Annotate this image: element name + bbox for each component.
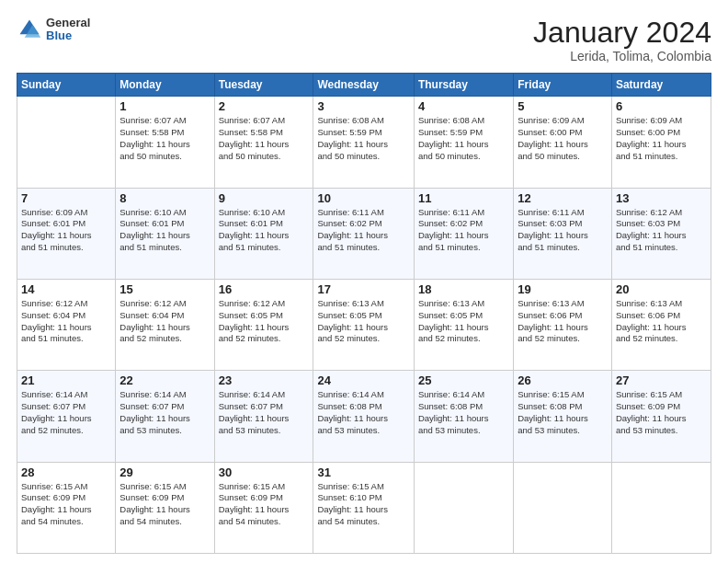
- calendar-header-sunday: Sunday: [17, 74, 116, 97]
- calendar-cell: 21Sunrise: 6:14 AM Sunset: 6:07 PM Dayli…: [17, 371, 116, 462]
- logo: General Blue: [17, 17, 90, 43]
- day-number: 2: [219, 99, 310, 113]
- calendar-cell: 27Sunrise: 6:15 AM Sunset: 6:09 PM Dayli…: [611, 371, 711, 462]
- day-number: 19: [518, 282, 608, 296]
- day-number: 1: [119, 99, 210, 113]
- day-number: 9: [219, 191, 310, 205]
- day-number: 10: [317, 191, 409, 205]
- calendar-cell: 3Sunrise: 6:08 AM Sunset: 5:59 PM Daylig…: [313, 97, 414, 188]
- logo-blue: Blue: [46, 29, 90, 42]
- day-info: Sunrise: 6:15 AM Sunset: 6:09 PM Dayligh…: [219, 481, 310, 528]
- calendar-cell: 23Sunrise: 6:14 AM Sunset: 6:07 PM Dayli…: [214, 371, 313, 462]
- day-info: Sunrise: 6:07 AM Sunset: 5:58 PM Dayligh…: [119, 115, 210, 162]
- day-number: 15: [119, 282, 210, 296]
- day-info: Sunrise: 6:09 AM Sunset: 6:00 PM Dayligh…: [518, 115, 608, 162]
- calendar-cell: 19Sunrise: 6:13 AM Sunset: 6:06 PM Dayli…: [514, 279, 612, 370]
- day-number: 12: [518, 191, 608, 205]
- day-number: 20: [616, 282, 707, 296]
- calendar-cell: 31Sunrise: 6:15 AM Sunset: 6:10 PM Dayli…: [313, 462, 414, 553]
- calendar-cell: 20Sunrise: 6:13 AM Sunset: 6:06 PM Dayli…: [611, 279, 711, 370]
- day-number: 11: [418, 191, 509, 205]
- day-info: Sunrise: 6:15 AM Sunset: 6:09 PM Dayligh…: [616, 389, 707, 436]
- day-number: 30: [219, 465, 310, 479]
- day-info: Sunrise: 6:15 AM Sunset: 6:09 PM Dayligh…: [21, 481, 111, 528]
- calendar-cell: 25Sunrise: 6:14 AM Sunset: 6:08 PM Dayli…: [414, 371, 513, 462]
- calendar-cell: 10Sunrise: 6:11 AM Sunset: 6:02 PM Dayli…: [313, 188, 414, 279]
- calendar-week-2: 7Sunrise: 6:09 AM Sunset: 6:01 PM Daylig…: [17, 188, 711, 279]
- calendar-cell: 17Sunrise: 6:13 AM Sunset: 6:05 PM Dayli…: [313, 279, 414, 370]
- day-info: Sunrise: 6:13 AM Sunset: 6:06 PM Dayligh…: [616, 298, 707, 345]
- logo-icon: [17, 17, 42, 42]
- day-number: 14: [21, 282, 111, 296]
- day-number: 8: [119, 191, 210, 205]
- day-info: Sunrise: 6:13 AM Sunset: 6:05 PM Dayligh…: [317, 298, 409, 345]
- day-number: 16: [219, 282, 310, 296]
- calendar-week-1: 1Sunrise: 6:07 AM Sunset: 5:58 PM Daylig…: [17, 97, 711, 188]
- day-number: 26: [518, 373, 608, 387]
- day-number: 5: [518, 99, 608, 113]
- logo-general: General: [46, 17, 90, 29]
- calendar-header-saturday: Saturday: [611, 74, 711, 97]
- calendar-header-wednesday: Wednesday: [313, 74, 414, 97]
- calendar-cell: 14Sunrise: 6:12 AM Sunset: 6:04 PM Dayli…: [17, 279, 116, 370]
- day-number: 21: [21, 373, 111, 387]
- calendar-cell: 16Sunrise: 6:12 AM Sunset: 6:05 PM Dayli…: [214, 279, 313, 370]
- calendar-header-friday: Friday: [514, 74, 612, 97]
- day-info: Sunrise: 6:12 AM Sunset: 6:03 PM Dayligh…: [616, 207, 707, 254]
- day-number: 4: [418, 99, 509, 113]
- day-info: Sunrise: 6:15 AM Sunset: 6:10 PM Dayligh…: [317, 481, 409, 528]
- day-info: Sunrise: 6:14 AM Sunset: 6:07 PM Dayligh…: [219, 389, 310, 436]
- day-number: 31: [317, 465, 409, 479]
- calendar-cell: [414, 462, 513, 553]
- calendar-week-3: 14Sunrise: 6:12 AM Sunset: 6:04 PM Dayli…: [17, 279, 711, 370]
- calendar-cell: 9Sunrise: 6:10 AM Sunset: 6:01 PM Daylig…: [214, 188, 313, 279]
- calendar-cell: [514, 462, 612, 553]
- calendar-header-monday: Monday: [116, 74, 214, 97]
- calendar-cell: [611, 462, 711, 553]
- day-info: Sunrise: 6:14 AM Sunset: 6:07 PM Dayligh…: [21, 389, 111, 436]
- header: General Blue January 2024 Lerida, Tolima…: [17, 17, 711, 63]
- calendar-cell: 30Sunrise: 6:15 AM Sunset: 6:09 PM Dayli…: [214, 462, 313, 553]
- calendar-week-5: 28Sunrise: 6:15 AM Sunset: 6:09 PM Dayli…: [17, 462, 711, 553]
- calendar-table: SundayMondayTuesdayWednesdayThursdayFrid…: [17, 73, 711, 554]
- calendar-cell: 4Sunrise: 6:08 AM Sunset: 5:59 PM Daylig…: [414, 97, 513, 188]
- calendar-cell: 7Sunrise: 6:09 AM Sunset: 6:01 PM Daylig…: [17, 188, 116, 279]
- calendar-cell: 6Sunrise: 6:09 AM Sunset: 6:00 PM Daylig…: [611, 97, 711, 188]
- day-info: Sunrise: 6:11 AM Sunset: 6:02 PM Dayligh…: [317, 207, 409, 254]
- day-number: 27: [616, 373, 707, 387]
- calendar-cell: 18Sunrise: 6:13 AM Sunset: 6:05 PM Dayli…: [414, 279, 513, 370]
- day-number: 28: [21, 465, 111, 479]
- day-info: Sunrise: 6:09 AM Sunset: 6:01 PM Dayligh…: [21, 207, 111, 254]
- calendar-cell: 22Sunrise: 6:14 AM Sunset: 6:07 PM Dayli…: [116, 371, 214, 462]
- day-info: Sunrise: 6:13 AM Sunset: 6:06 PM Dayligh…: [518, 298, 608, 345]
- day-number: 22: [119, 373, 210, 387]
- day-info: Sunrise: 6:12 AM Sunset: 6:04 PM Dayligh…: [119, 298, 210, 345]
- day-number: 17: [317, 282, 409, 296]
- day-info: Sunrise: 6:13 AM Sunset: 6:05 PM Dayligh…: [418, 298, 509, 345]
- calendar-header-row: SundayMondayTuesdayWednesdayThursdayFrid…: [17, 74, 711, 97]
- calendar-cell: 2Sunrise: 6:07 AM Sunset: 5:58 PM Daylig…: [214, 97, 313, 188]
- page: General Blue January 2024 Lerida, Tolima…: [0, 0, 728, 563]
- calendar-cell: 11Sunrise: 6:11 AM Sunset: 6:02 PM Dayli…: [414, 188, 513, 279]
- subtitle: Lerida, Tolima, Colombia: [533, 49, 711, 63]
- calendar-cell: 24Sunrise: 6:14 AM Sunset: 6:08 PM Dayli…: [313, 371, 414, 462]
- day-number: 18: [418, 282, 509, 296]
- day-info: Sunrise: 6:11 AM Sunset: 6:03 PM Dayligh…: [518, 207, 608, 254]
- day-number: 3: [317, 99, 409, 113]
- day-info: Sunrise: 6:08 AM Sunset: 5:59 PM Dayligh…: [317, 115, 409, 162]
- day-number: 6: [616, 99, 707, 113]
- day-number: 7: [21, 191, 111, 205]
- day-number: 25: [418, 373, 509, 387]
- calendar-cell: 26Sunrise: 6:15 AM Sunset: 6:08 PM Dayli…: [514, 371, 612, 462]
- day-info: Sunrise: 6:07 AM Sunset: 5:58 PM Dayligh…: [219, 115, 310, 162]
- day-info: Sunrise: 6:11 AM Sunset: 6:02 PM Dayligh…: [418, 207, 509, 254]
- day-number: 13: [616, 191, 707, 205]
- calendar-cell: 29Sunrise: 6:15 AM Sunset: 6:09 PM Dayli…: [116, 462, 214, 553]
- day-info: Sunrise: 6:15 AM Sunset: 6:08 PM Dayligh…: [518, 389, 608, 436]
- day-info: Sunrise: 6:14 AM Sunset: 6:07 PM Dayligh…: [119, 389, 210, 436]
- calendar-cell: 28Sunrise: 6:15 AM Sunset: 6:09 PM Dayli…: [17, 462, 116, 553]
- day-number: 29: [119, 465, 210, 479]
- calendar-week-4: 21Sunrise: 6:14 AM Sunset: 6:07 PM Dayli…: [17, 371, 711, 462]
- calendar-cell: 15Sunrise: 6:12 AM Sunset: 6:04 PM Dayli…: [116, 279, 214, 370]
- day-number: 23: [219, 373, 310, 387]
